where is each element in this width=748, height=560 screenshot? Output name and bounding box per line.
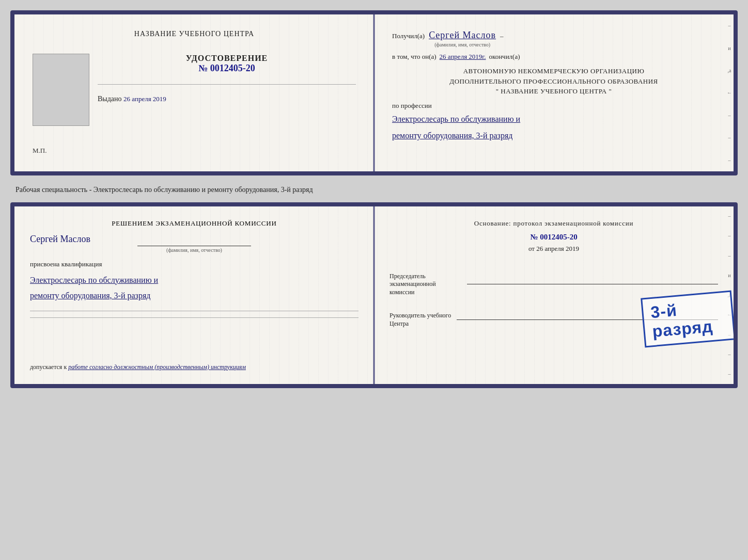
predsedatel-sig-line: Председатель экзаменационной комиссии <box>389 273 718 297</box>
dopuskaetsya-block: допускается к работе согласно должностны… <box>30 358 246 371</box>
top-left-center-title: НАЗВАНИЕ УЧЕБНОГО ЦЕНТРА <box>134 30 254 38</box>
poluchil-label: Получил(а) <box>392 32 425 40</box>
recipient-line: Получил(а) Сергей Маслов (фамилия, имя, … <box>392 30 715 47</box>
fio-hint-top: (фамилия, имя, отчество) <box>429 42 496 47</box>
name-underline <box>137 246 251 246</box>
predsedatel-label: Председатель экзаменационной комиссии <box>389 273 462 297</box>
doc-bottom-right-panel: Основание: протокол экзаменационной коми… <box>374 206 734 384</box>
org-block: АВТОНОМНУЮ НЕКОММЕРЧЕСКУЮ ОРГАНИЗАЦИЮ ДО… <box>392 66 715 97</box>
mp-label: М.П. <box>33 147 46 155</box>
side-decoration-right: – и ,а ← – – – <box>726 14 733 171</box>
vydano-line: Выдано 26 апреля 2019 <box>98 95 356 103</box>
profession-line1: Электрослесарь по обслуживанию и <box>392 112 715 127</box>
fio-hint-bottom: (фамилия, имя, отчество) <box>30 247 359 253</box>
vydano-date: 26 апреля 2019 <box>123 95 166 103</box>
ot-date-val: 26 апреля 2019 <box>536 245 579 252</box>
vtom-line: в том, что он(а) 26 апреля 2019г. окончи… <box>392 53 715 61</box>
sig-sep-1 <box>30 311 359 311</box>
udost-block: УДОСТОВЕРЕНИЕ № 0012405-20 <box>98 54 356 74</box>
qualification-stamp: 3-й разряд <box>641 290 736 347</box>
separator-line <box>98 84 356 85</box>
ot-label: от <box>528 245 535 252</box>
page-container: НАЗВАНИЕ УЧЕБНОГО ЦЕНТРА УДОСТОВЕРЕНИЕ №… <box>10 10 738 388</box>
udost-title: УДОСТОВЕРЕНИЕ <box>98 54 356 63</box>
udost-number: № 0012405-20 <box>98 63 356 74</box>
predsedatel-underline <box>467 284 718 284</box>
document-card-bottom: Решением экзаменационной комиссии Сергей… <box>10 202 738 388</box>
profession-line2: ремонту оборудования, 3-й разряд <box>392 129 715 143</box>
resheniyem-label: Решением экзаменационной комиссии <box>112 219 276 227</box>
doc-top-left-panel: НАЗВАНИЕ УЧЕБНОГО ЦЕНТРА УДОСТОВЕРЕНИЕ №… <box>14 14 374 171</box>
org-line1: АВТОНОМНУЮ НЕКОММЕРЧЕСКУЮ ОРГАНИЗАЦИЮ <box>392 66 715 76</box>
vtom-date: 26 апреля 2019г. <box>440 53 486 61</box>
kvalif-line2: ремонту оборудования, 3-й разряд <box>30 288 150 303</box>
between-label: Рабочая специальность - Электрослесарь п… <box>10 182 738 196</box>
okonchil-label: окончил(а) <box>489 53 520 61</box>
doc-top-right-panel: Получил(а) Сергей Маслов (фамилия, имя, … <box>374 14 734 171</box>
prisvoena-line: присвоена квалификация <box>30 260 102 268</box>
org-line3: " НАЗВАНИЕ УЧЕБНОГО ЦЕНТРА " <box>392 86 715 97</box>
ot-date: от 26 апреля 2019 <box>389 245 718 253</box>
komissia-block: Решением экзаменационной комиссии <box>30 219 359 228</box>
document-card-top: НАЗВАНИЕ УЧЕБНОГО ЦЕНТРА УДОСТОВЕРЕНИЕ №… <box>10 10 738 175</box>
dopuskaetsya-text: работе согласно должностным (производств… <box>68 363 246 371</box>
dopuskaetsya-label: допускается к <box>30 363 67 371</box>
person-name: Сергей Маслов <box>30 234 359 245</box>
sig-sep-2 <box>30 317 359 318</box>
photo-placeholder <box>33 54 89 126</box>
kvalif-line1: Электрослесарь по обслуживанию и <box>30 273 158 288</box>
osnovaniye-title: Основание: протокол экзаменационной коми… <box>389 219 718 228</box>
poprofessii-label: по профессии <box>392 102 715 110</box>
vydano-label: Выдано <box>98 95 122 103</box>
org-line2: ДОПОЛНИТЕЛЬНОГО ПРОФЕССИОНАЛЬНОГО ОБРАЗО… <box>392 76 715 87</box>
doc-bottom-left-panel: Решением экзаменационной комиссии Сергей… <box>14 206 374 384</box>
dash: – <box>500 32 504 40</box>
rukovoditel-label: Руководитель учебного Центра <box>389 312 451 328</box>
vtom-label: в том, что он(а) <box>392 53 437 61</box>
recipient-name: Сергей Маслов <box>429 30 496 40</box>
protocol-number: № 0012405-20 <box>389 233 718 242</box>
